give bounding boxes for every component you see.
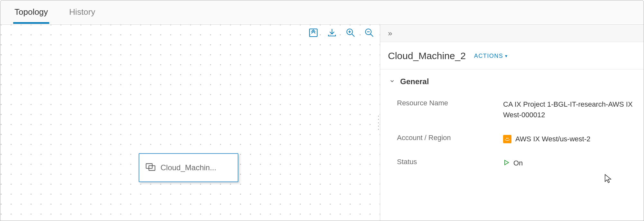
tab-topology[interactable]: Topology: [13, 1, 49, 23]
prop-value: aws AWS IX West/us-west-2: [503, 134, 635, 144]
section-toggle[interactable]: General: [389, 77, 635, 86]
actions-dropdown[interactable]: ACTIONS ▾: [474, 53, 508, 59]
prop-resource-name: Resource Name CA IX Project 1-BGL-IT-res…: [389, 99, 635, 134]
tabs-bar: Topology History: [0, 0, 644, 25]
panel-top-bar: »: [380, 25, 644, 42]
section-title: General: [400, 77, 429, 86]
column-resize-grip[interactable]: [377, 116, 380, 130]
zoom-in-icon[interactable]: [345, 27, 357, 39]
prop-status: Status On: [389, 158, 635, 172]
canvas-toolbar: [307, 27, 375, 39]
prop-value: CA IX Project 1-BGL-IT-research-AWS IX W…: [503, 99, 635, 120]
svg-line-3: [352, 34, 354, 37]
prop-label: Account / Region: [397, 134, 503, 142]
play-icon: [503, 158, 510, 169]
app-window: Topology History: [0, 0, 644, 221]
prop-label: Status: [397, 158, 503, 166]
resource-name-value: CA IX Project 1-BGL-IT-research-AWS IX W…: [503, 99, 635, 120]
account-region-value: AWS IX West/us-west-2: [515, 134, 591, 144]
topology-canvas[interactable]: Cloud_Machin...: [0, 25, 380, 221]
prop-account-region: Account / Region aws AWS IX West/us-west…: [389, 134, 635, 158]
panel-title-row: Cloud_Machine_2 ACTIONS ▾: [380, 42, 644, 69]
chevron-down-icon: ▾: [505, 53, 508, 58]
expand-all-icon[interactable]: [307, 27, 319, 39]
chevron-down-icon: [389, 78, 395, 85]
zoom-out-icon[interactable]: [363, 27, 375, 39]
tab-label: History: [69, 7, 95, 17]
prop-value: On: [503, 158, 635, 169]
panel-title: Cloud_Machine_2: [388, 50, 466, 61]
details-panel: » Cloud_Machine_2 ACTIONS ▾ General Reso…: [380, 25, 644, 221]
section-general: General Resource Name CA IX Project 1-BG…: [380, 69, 644, 172]
svg-line-7: [371, 34, 373, 37]
svg-text:aws: aws: [506, 137, 509, 139]
topology-node[interactable]: Cloud_Machin...: [139, 153, 238, 182]
node-label: Cloud_Machin...: [161, 163, 216, 172]
vm-icon: [145, 162, 156, 174]
import-icon[interactable]: [326, 27, 338, 39]
tab-history[interactable]: History: [68, 1, 97, 23]
prop-label: Resource Name: [397, 99, 503, 107]
aws-icon: aws: [503, 135, 511, 143]
svg-marker-12: [505, 160, 509, 165]
status-value: On: [513, 158, 523, 168]
collapse-panel-icon[interactable]: »: [388, 29, 392, 38]
main-split: Cloud_Machin... » Cloud_Machine_2 ACTION…: [0, 25, 644, 221]
tab-label: Topology: [14, 7, 48, 17]
actions-label: ACTIONS: [474, 53, 503, 59]
